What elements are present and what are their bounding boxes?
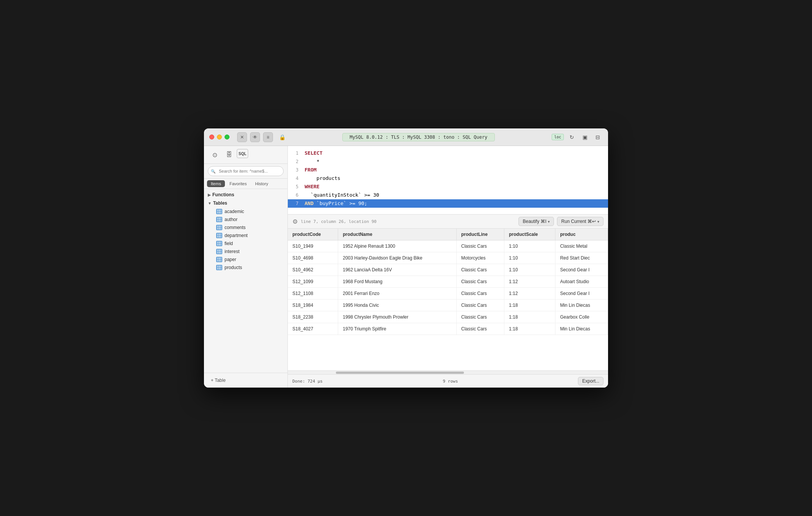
titlebar-controls: ✕ 👁 ≡ xyxy=(237,132,273,142)
functions-section[interactable]: ▶ Functions xyxy=(204,191,287,199)
cell-productCode-2: S10_4962 xyxy=(288,264,338,276)
results-footer: Done: 724 μs 9 rows Export... xyxy=(288,374,608,388)
cell-productScale-5: 1:18 xyxy=(504,300,555,311)
titlebar: ✕ 👁 ≡ 🔒 MySQL 8.0.12 : TLS : MySQL 3308 … xyxy=(204,128,608,146)
table-row[interactable]: S12_1108 2001 Ferrari Enzo Classic Cars … xyxy=(288,288,608,300)
cell-productScale-7: 1:18 xyxy=(504,323,555,335)
functions-arrow: ▶ xyxy=(208,193,211,197)
titlebar-right: loc ↻ ▣ ⊟ xyxy=(552,132,603,142)
beautify-chevron: ▾ xyxy=(548,220,550,224)
table-row[interactable]: S18_1984 1995 Honda Civic Classic Cars 1… xyxy=(288,300,608,311)
done-text: Done: 724 μs xyxy=(292,379,323,384)
cell-productScale-6: 1:18 xyxy=(504,311,555,323)
results-header-row: productCode productName productLine prod… xyxy=(288,229,608,240)
run-button[interactable]: Run Current ⌘↩ ▾ xyxy=(557,217,603,226)
table-item-academic[interactable]: academic xyxy=(205,208,286,215)
cell-productName-7: 1970 Triumph Spitfire xyxy=(338,323,457,335)
table-item-author[interactable]: author xyxy=(205,216,286,223)
code-content-6: `quantityInStock` >= 30 xyxy=(305,191,379,199)
cell-produc-5: Min Lin Diecas xyxy=(555,300,608,311)
table-item-department[interactable]: department xyxy=(205,232,286,239)
tab-items[interactable]: Items xyxy=(207,180,225,187)
minimize-button[interactable] xyxy=(217,135,222,139)
cell-productName-6: 1998 Chrysler Plymouth Prowler xyxy=(338,311,457,323)
code-line-1: 1 SELECT xyxy=(288,149,608,157)
search-input[interactable] xyxy=(208,166,284,176)
table-row[interactable]: S12_1099 1968 Ford Mustang Classic Cars … xyxy=(288,276,608,288)
split-button[interactable]: ⊟ xyxy=(593,132,603,142)
close-button[interactable] xyxy=(209,135,214,139)
cell-productCode-4: S12_1108 xyxy=(288,288,338,300)
col-productScale: productScale xyxy=(504,229,555,240)
list-button[interactable]: ≡ xyxy=(263,132,273,142)
beautify-button[interactable]: Beautify ⌘I ▾ xyxy=(518,217,554,226)
maximize-button[interactable] xyxy=(225,135,229,139)
cell-produc-7: Min Lin Diecas xyxy=(555,323,608,335)
table-name-products: products xyxy=(225,265,242,270)
results-table: productCode productName productLine prod… xyxy=(288,229,608,335)
cell-productName-5: 1995 Honda Civic xyxy=(338,300,457,311)
traffic-lights xyxy=(209,135,229,139)
table-item-products[interactable]: products xyxy=(205,264,286,271)
cell-produc-2: Second Gear I xyxy=(555,264,608,276)
table-name-field: field xyxy=(225,241,233,246)
stop-button[interactable]: ✕ xyxy=(237,132,247,142)
code-line-6: 6 `quantityInStock` >= 30 xyxy=(288,191,608,199)
editor-toolbar: ⚙ line 7, column 26, location 90 Beautif… xyxy=(288,215,608,229)
tables-section[interactable]: ▼ Tables xyxy=(204,199,287,207)
rows-text: 9 rows xyxy=(323,379,578,384)
loc-badge: loc xyxy=(552,134,564,140)
line-num-3: 3 xyxy=(291,166,298,174)
sidebar-icon-person[interactable]: ⊙ xyxy=(208,149,221,160)
line-num-2: 2 xyxy=(291,157,298,166)
export-button[interactable]: Export... xyxy=(578,377,603,385)
horizontal-scrollbar[interactable] xyxy=(288,370,608,374)
refresh-button[interactable]: ↻ xyxy=(567,132,577,142)
table-icon-department xyxy=(216,233,222,238)
cell-produc-0: Classic Metal xyxy=(555,240,608,252)
table-item-paper[interactable]: paper xyxy=(205,256,286,263)
cell-productScale-2: 1:10 xyxy=(504,264,555,276)
horizontal-scrollbar-thumb[interactable] xyxy=(336,372,464,374)
code-editor[interactable]: 1 SELECT 2 * 3 FROM 4 products 5 xyxy=(288,146,608,215)
preview-button[interactable]: 👁 xyxy=(250,132,260,142)
code-content-3: FROM xyxy=(305,166,316,174)
add-table-label: + Table xyxy=(211,378,226,383)
table-item-field[interactable]: field xyxy=(205,240,286,247)
table-row[interactable]: S18_4027 1970 Triumph Spitfire Classic C… xyxy=(288,323,608,335)
results-area: productCode productName productLine prod… xyxy=(288,229,608,388)
gear-icon[interactable]: ⚙ xyxy=(292,218,298,225)
results-table-wrap[interactable]: productCode productName productLine prod… xyxy=(288,229,608,370)
cell-productCode-6: S18_2238 xyxy=(288,311,338,323)
table-icon-author xyxy=(216,217,222,222)
line-num-4: 4 xyxy=(291,174,298,183)
sidebar-icon-db[interactable]: 🗄 xyxy=(222,149,236,160)
code-line-3: 3 FROM xyxy=(288,166,608,174)
cell-productLine-4: Classic Cars xyxy=(456,288,504,300)
connection-label: MySQL 8.0.12 : TLS : MySQL 3308 : tono :… xyxy=(342,133,495,141)
table-item-comments[interactable]: comments xyxy=(205,224,286,231)
tab-favorites[interactable]: Favorites xyxy=(226,180,250,187)
table-item-interest[interactable]: interest xyxy=(205,248,286,255)
run-chevron: ▾ xyxy=(597,220,599,224)
sidebar-icon-sql[interactable]: SQL xyxy=(237,149,248,158)
table-name-author: author xyxy=(225,217,238,222)
panel-toggle-button[interactable]: ▣ xyxy=(580,132,590,142)
cell-productCode-5: S18_1984 xyxy=(288,300,338,311)
results-thead: productCode productName productLine prod… xyxy=(288,229,608,240)
table-row[interactable]: S10_4962 1962 LanciaA Delta 16V Classic … xyxy=(288,264,608,276)
tab-history[interactable]: History xyxy=(251,180,272,187)
table-name-paper: paper xyxy=(225,257,236,262)
code-line-2: 2 * xyxy=(288,157,608,166)
cell-produc-1: Red Start Diec xyxy=(555,252,608,264)
table-icon-field xyxy=(216,241,222,246)
cell-productScale-0: 1:10 xyxy=(504,240,555,252)
table-row[interactable]: S10_4698 2003 Harley-Davidson Eagle Drag… xyxy=(288,252,608,264)
table-row[interactable]: S10_1949 1952 Alpine Renault 1300 Classi… xyxy=(288,240,608,252)
table-name-academic: academic xyxy=(225,209,244,214)
table-row[interactable]: S18_2238 1998 Chrysler Plymouth Prowler … xyxy=(288,311,608,323)
sidebar-content: ▶ Functions ▼ Tables academic autho xyxy=(204,189,287,373)
editor-area: 1 SELECT 2 * 3 FROM 4 products 5 xyxy=(288,146,608,388)
add-table-button[interactable]: + Table xyxy=(208,376,284,385)
col-produc: produc xyxy=(555,229,608,240)
